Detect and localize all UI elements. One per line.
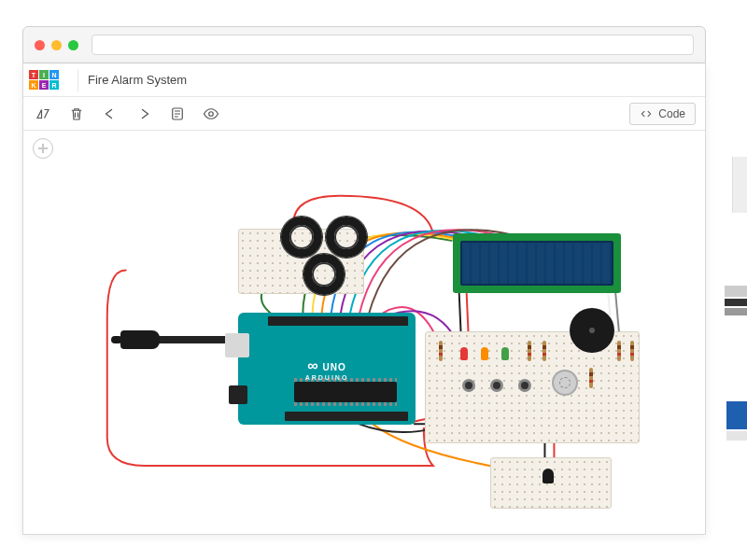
window-controls (35, 40, 78, 50)
led-orange[interactable] (481, 347, 488, 360)
usb-cord (150, 336, 225, 343)
resistor[interactable] (528, 341, 531, 361)
annotations-button[interactable] (167, 104, 188, 124)
undo-button[interactable] (100, 104, 120, 124)
logo-cell: R (49, 80, 59, 90)
arduino-atmega-chip (294, 382, 397, 402)
delete-button[interactable] (66, 104, 87, 124)
logo-cell: N (49, 70, 59, 79)
lcd-16x2[interactable] (453, 233, 621, 293)
side-panel-sliver (725, 286, 747, 297)
circuit-canvas[interactable]: ∞ UNO ARDUINO (23, 131, 705, 534)
url-bar[interactable] (92, 35, 694, 55)
close-window-button[interactable] (35, 40, 45, 50)
resistor[interactable] (589, 368, 593, 388)
breadboard-main[interactable] (425, 331, 640, 443)
side-panel-sliver (725, 308, 747, 315)
note-icon (169, 105, 186, 122)
neopixel-ring[interactable] (303, 254, 345, 295)
resistor[interactable] (617, 341, 621, 361)
pushbutton[interactable] (518, 379, 531, 392)
side-panel-sliver (726, 431, 747, 441)
led-green[interactable] (501, 347, 509, 360)
redo-button[interactable] (134, 104, 154, 124)
code-icon (640, 107, 653, 120)
logo-cell: E (39, 80, 49, 90)
app-header: T I N K E R Fire Alarm System (23, 63, 705, 97)
minimize-window-button[interactable] (51, 40, 62, 50)
arduino-analog-pins (285, 412, 408, 421)
visibility-button[interactable] (201, 104, 221, 124)
neopixel-ring[interactable] (326, 217, 367, 258)
arduino-usb-port (225, 333, 249, 357)
usb-cable[interactable] (113, 327, 225, 353)
arduino-uno[interactable]: ∞ UNO ARDUINO (238, 313, 416, 425)
tmp36-sensor[interactable] (543, 469, 554, 483)
arduino-digital-pins (268, 316, 408, 326)
mirror-icon (35, 105, 51, 122)
pushbutton[interactable] (462, 379, 475, 392)
browser-chrome (22, 26, 706, 63)
arduino-label: ∞ UNO ARDUINO (305, 357, 349, 381)
logo-cell: T (29, 70, 38, 79)
toolbar: Code (23, 97, 705, 131)
lcd-screen (460, 241, 613, 286)
logo-cell: I (39, 70, 49, 79)
neopixel-ring[interactable] (281, 217, 322, 258)
side-panel-sliver (726, 401, 747, 429)
project-title[interactable]: Fire Alarm System (88, 73, 187, 87)
mirror-button[interactable] (33, 104, 53, 124)
resistor[interactable] (439, 341, 443, 361)
usb-plug (120, 330, 160, 349)
gas-sensor[interactable] (552, 370, 578, 396)
code-button[interactable]: Code (629, 103, 696, 125)
resistor[interactable] (543, 341, 546, 361)
pushbutton[interactable] (490, 379, 503, 392)
zoom-window-button[interactable] (68, 40, 78, 50)
piezo-buzzer[interactable] (570, 308, 614, 353)
divider (78, 69, 78, 91)
undo-icon (102, 105, 119, 122)
resistor[interactable] (630, 341, 634, 361)
app-window: T I N K E R Fire Alarm System (22, 63, 706, 535)
eye-icon (203, 105, 219, 122)
redo-icon (135, 105, 152, 122)
arduino-power-jack (229, 385, 247, 404)
tinkercad-logo[interactable]: T I N K E R (29, 70, 59, 90)
svg-point-1 (209, 111, 214, 116)
side-panel-sliver (725, 299, 747, 306)
trash-icon (68, 105, 85, 122)
side-panel-sliver (732, 157, 747, 213)
zoom-to-fit-button[interactable] (33, 138, 53, 159)
led-red[interactable] (460, 347, 468, 360)
logo-cell: K (29, 80, 38, 90)
code-button-label: Code (658, 107, 685, 120)
